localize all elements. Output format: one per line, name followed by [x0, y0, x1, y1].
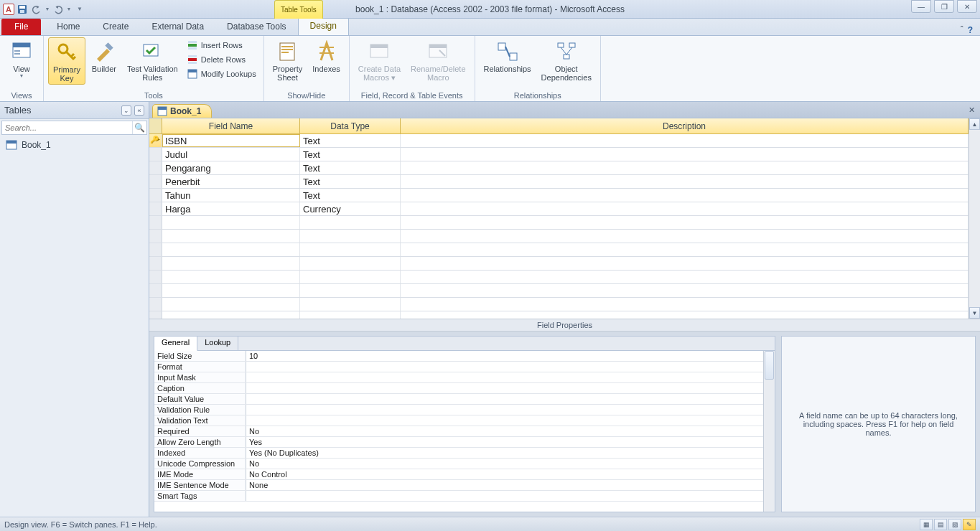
property-row[interactable]: Allow Zero LengthYes [154, 437, 763, 448]
property-value[interactable]: Yes [246, 437, 763, 447]
help-icon[interactable]: ? [968, 25, 973, 35]
nav-item[interactable]: Book_1 [0, 136, 149, 154]
grid-row-empty[interactable] [149, 216, 969, 230]
view-button[interactable]: View ▼ [4, 37, 39, 80]
row-selector[interactable] [149, 271, 162, 283]
view-pivottable-icon[interactable]: ▤ [934, 519, 947, 530]
doc-close-icon[interactable]: ✕ [966, 104, 977, 116]
description-cell[interactable] [401, 148, 969, 161]
property-row[interactable]: IME ModeNo Control [154, 469, 763, 480]
field-name-cell[interactable]: Penerbit [162, 175, 300, 188]
field-grid[interactable]: Field Name Data Type Description 🔑ISBNTe… [149, 118, 969, 319]
tab-external-data[interactable]: External Data [140, 19, 215, 35]
tab-database-tools[interactable]: Database Tools [215, 19, 298, 35]
property-value[interactable] [246, 394, 763, 404]
row-selector[interactable] [149, 148, 162, 161]
property-value[interactable] [246, 405, 763, 415]
field-name-cell[interactable]: Harga [162, 202, 300, 215]
redo-dropdown-icon[interactable]: ▼ [66, 3, 72, 16]
grid-row-empty[interactable] [149, 243, 969, 257]
description-cell[interactable] [401, 161, 969, 174]
grid-scrollbar[interactable]: ▲ ▼ [969, 118, 980, 319]
search-icon[interactable]: 🔍 [132, 121, 146, 134]
rename-delete-macro-button[interactable]: Rename/Delete Macro [406, 37, 470, 83]
property-row[interactable]: Unicode CompressionNo [154, 459, 763, 469]
create-data-macros-button[interactable]: Create Data Macros ▾ [354, 37, 405, 83]
tab-create[interactable]: Create [91, 19, 140, 35]
row-selector[interactable] [149, 284, 162, 297]
row-selector[interactable] [149, 175, 162, 188]
property-value[interactable]: None [246, 480, 763, 490]
property-row[interactable]: RequiredNo [154, 426, 763, 437]
undo-dropdown-icon[interactable]: ▼ [45, 3, 50, 16]
data-type-cell[interactable]: Text [300, 148, 401, 161]
delete-rows-button[interactable]: Delete Rows [184, 53, 259, 66]
insert-rows-button[interactable]: Insert Rows [184, 39, 259, 52]
view-datasheet-icon[interactable]: ▦ [920, 519, 933, 530]
row-selector[interactable] [149, 189, 162, 202]
row-selector[interactable] [149, 161, 162, 174]
property-row[interactable]: Smart Tags [154, 491, 763, 502]
row-selector[interactable] [149, 243, 162, 256]
save-icon[interactable] [16, 3, 29, 16]
property-value[interactable]: No Control [246, 469, 763, 479]
redo-icon[interactable] [52, 3, 65, 16]
tab-home[interactable]: Home [45, 19, 91, 35]
row-selector[interactable]: 🔑 [149, 134, 162, 147]
property-row[interactable]: Validation Text [154, 415, 763, 426]
property-row[interactable]: IndexedYes (No Duplicates) [154, 448, 763, 459]
description-cell[interactable] [401, 175, 969, 188]
primary-key-button[interactable]: Primary Key [48, 37, 85, 85]
minimize-ribbon-icon[interactable]: ˆ [961, 25, 963, 35]
property-value[interactable] [246, 362, 763, 372]
row-selector[interactable] [149, 298, 162, 311]
view-design-icon[interactable]: ✎ [963, 519, 976, 530]
nav-heading[interactable]: Tables ⌄ « [0, 102, 149, 119]
property-value[interactable] [246, 415, 763, 426]
property-value[interactable]: No [246, 426, 763, 436]
property-row[interactable]: Field Size10 [154, 351, 763, 362]
property-value[interactable] [246, 383, 763, 393]
property-sheet-button[interactable]: Property Sheet [269, 37, 307, 83]
view-pivotchart-icon[interactable]: ▧ [948, 519, 961, 530]
property-value[interactable]: Yes (No Duplicates) [246, 448, 763, 458]
property-value[interactable] [246, 491, 763, 501]
grid-row[interactable]: HargaCurrency [149, 202, 969, 216]
field-name-cell[interactable]: ISBN [162, 134, 300, 147]
description-cell[interactable] [401, 202, 969, 215]
data-type-cell[interactable]: Text [300, 161, 401, 174]
data-type-cell[interactable]: Text [300, 134, 401, 147]
property-row[interactable]: Validation Rule [154, 405, 763, 415]
undo-icon[interactable] [30, 3, 43, 16]
grid-row[interactable]: PengarangText [149, 161, 969, 175]
grid-row-empty[interactable] [149, 257, 969, 271]
grid-row-empty[interactable] [149, 230, 969, 243]
grid-row[interactable]: TahunText [149, 189, 969, 202]
property-row[interactable]: Input Mask [154, 372, 763, 383]
fp-tab-general[interactable]: General [154, 337, 197, 351]
minimize-button[interactable]: — [911, 0, 931, 13]
property-value[interactable]: 10 [246, 351, 763, 361]
modify-lookups-button[interactable]: Modify Lookups [184, 67, 259, 80]
row-selector[interactable] [149, 202, 162, 215]
nav-search-input[interactable] [2, 121, 132, 134]
grid-row-empty[interactable] [149, 311, 969, 319]
row-selector[interactable] [149, 257, 162, 270]
scroll-down-icon[interactable]: ▼ [969, 307, 980, 319]
fp-scrollbar[interactable] [763, 351, 775, 512]
property-value[interactable]: No [246, 459, 763, 469]
property-row[interactable]: Format [154, 362, 763, 372]
tab-design[interactable]: Design [298, 17, 349, 35]
restore-button[interactable]: ❐ [934, 0, 954, 13]
description-cell[interactable] [401, 189, 969, 202]
row-selector[interactable] [149, 230, 162, 243]
property-row[interactable]: Caption [154, 383, 763, 394]
tab-file[interactable]: File [1, 19, 41, 35]
close-button[interactable]: ✕ [957, 0, 977, 13]
scroll-up-icon[interactable]: ▲ [969, 118, 980, 130]
row-selector[interactable] [149, 311, 162, 319]
property-value[interactable] [246, 372, 763, 382]
field-name-cell[interactable]: Pengarang [162, 161, 300, 174]
field-name-cell[interactable]: Tahun [162, 189, 300, 202]
indexes-button[interactable]: Indexes [308, 37, 345, 75]
